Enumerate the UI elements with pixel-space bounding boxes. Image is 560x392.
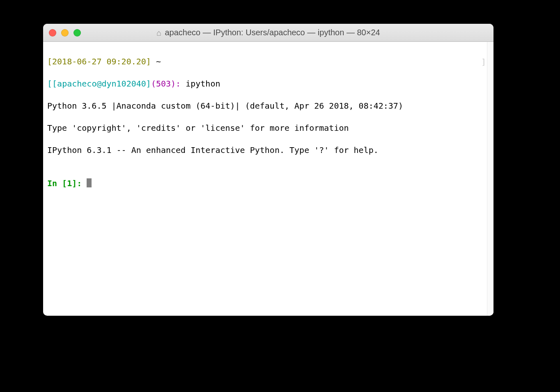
terminal-window: ⌂ apacheco — IPython: Users/apacheco — i…: [43, 24, 493, 316]
python-banner-line-3: IPython 6.3.1 -- An enhanced Interactive…: [47, 145, 489, 156]
window-title: ⌂ apacheco — IPython: Users/apacheco — i…: [43, 28, 493, 37]
prompt-colon: :: [176, 79, 186, 89]
home-icon: ⌂: [156, 29, 161, 37]
prompt-seq: (503): [151, 79, 176, 89]
python-banner-line-2: Type 'copyright', 'credits' or 'license'…: [47, 123, 489, 134]
vertical-scrollbar[interactable]: [487, 42, 493, 316]
prompt-user-host: [apacheco@dyn102040]: [52, 79, 151, 89]
window-title-text: apacheco — IPython: Users/apacheco — ipy…: [165, 28, 380, 37]
text-cursor: [87, 178, 92, 187]
prompt-open-bracket: [: [47, 79, 52, 89]
stray-bracket: ]: [481, 57, 486, 68]
prompt-command: ipython: [186, 79, 220, 89]
window-controls: [49, 29, 81, 36]
window-titlebar[interactable]: ⌂ apacheco — IPython: Users/apacheco — i…: [43, 24, 493, 42]
close-window-button[interactable]: [49, 29, 56, 36]
ipython-in-prefix: In [: [47, 178, 67, 188]
minimize-window-button[interactable]: [61, 29, 69, 36]
prompt-timestamp: [2018-06-27 09:20.20]: [47, 57, 151, 66]
ipython-in-number: 1: [67, 178, 72, 188]
terminal-content[interactable]: [2018-06-27 09:20.20] ~ [[apacheco@dyn10…: [43, 42, 493, 316]
zoom-window-button[interactable]: [73, 29, 81, 36]
ipython-in-suffix: ]:: [72, 178, 87, 188]
prompt-cwd: ~: [156, 57, 161, 66]
python-banner-line-1: Python 3.6.5 |Anaconda custom (64-bit)| …: [47, 100, 489, 112]
